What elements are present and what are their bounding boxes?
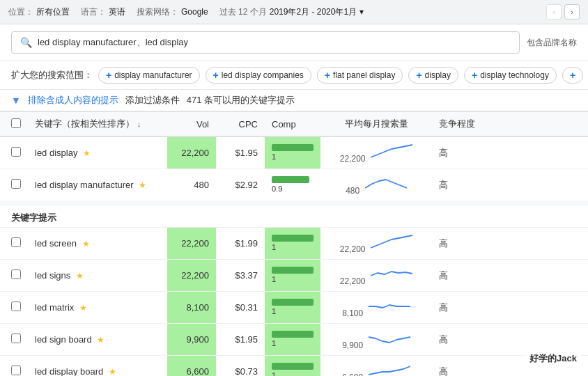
row-chart-cell: 9,900 [320,324,432,356]
monthly-vol: 22,200 [340,154,366,164]
table-row: led matrix ★ 8,100 $0.31 1 8,100 高 [0,292,588,324]
sparkline-svg [371,265,412,284]
row-check-cell[interactable] [0,169,28,204]
chip-label: flat panel display [333,70,395,80]
monthly-vol: 22,200 [340,276,366,286]
star-icon[interactable]: ★ [76,271,84,281]
table-body: led display ★ 22,200 $1.95 1 22,200 高 le… [0,136,588,376]
row-competition-cell: 高 [432,292,588,324]
comp-bar-wrap [272,299,314,306]
language-value: 英语 [109,6,125,18]
table-row: led display ★ 22,200 $1.95 1 22,200 高 [0,136,588,169]
row-check-cell[interactable] [0,356,28,377]
header-comp: Comp [265,112,320,137]
filter-icon: ▼ [11,95,21,106]
row-checkbox[interactable] [11,147,21,157]
row-check-cell[interactable] [0,260,28,292]
filter-bar: ▼ 排除含成人内容的提示 添加过滤条件 471 条可以用的关键字提示 [0,90,588,111]
chip-display-manufacturer[interactable]: + display manufacturer [98,67,200,84]
row-checkbox[interactable] [11,237,21,247]
row-checkbox[interactable] [11,334,21,343]
row-cpc-cell: $3.37 [216,260,265,292]
chip-led-display-companies[interactable]: + led display companies [206,67,311,84]
row-chart-cell: 480 [320,169,432,204]
comp-bar-wrap [272,363,314,370]
header-check[interactable] [0,112,28,137]
chip-display[interactable]: + display [408,67,458,84]
keywords-table: 关键字（按相关性排序） ↓ Vol CPC Comp 平均每月搜索量 竞争程度 … [0,111,588,376]
chip-flat-panel-display[interactable]: + flat panel display [317,67,403,84]
chip-display-technology[interactable]: + display technology [464,67,557,84]
select-all-checkbox[interactable] [11,118,21,128]
chip-more[interactable]: + [562,67,583,84]
chip-label: led display companies [222,70,304,80]
exclude-adult-link[interactable]: 排除含成人内容的提示 [28,94,118,107]
row-checkbox[interactable] [11,366,21,375]
monthly-vol: 9,900 [342,340,363,350]
comp-value: 1 [272,307,276,315]
row-comp-cell: 1 [265,260,320,292]
row-vol-cell: 22,200 [167,228,216,260]
keyword-text: led display board [35,366,103,376]
row-checkbox[interactable] [11,269,21,279]
table-row: led screen ★ 22,200 $1.99 1 22,200 高 [0,228,588,260]
row-check-cell[interactable] [0,324,28,356]
chip-plus-icon: + [106,70,111,81]
header-vol: Vol [167,112,216,137]
nav-forward-button[interactable]: › [564,4,580,19]
keyword-text: led screen [35,238,77,249]
row-cpc-cell: $2.92 [216,169,265,204]
header-keyword[interactable]: 关键字（按相关性排序） ↓ [28,112,167,137]
location-label: 位置： [8,6,33,18]
comp-bar-wrap [272,176,314,183]
row-comp-cell: 1 [265,324,320,356]
table-row: led display manufacturer ★ 480 $2.92 0.9… [0,169,588,204]
row-cpc-cell: $1.99 [216,228,265,260]
header-monthly: 平均每月搜索量 [320,112,432,137]
monthly-vol: 480 [346,186,359,196]
sparkline-svg [371,233,412,252]
row-comp-cell: 1 [265,136,320,169]
period-item[interactable]: 过去 12 个月 2019年2月 - 2020年1月 ▾ [219,6,364,18]
keyword-text: led sign board [35,334,92,345]
sparkline-svg [371,142,412,162]
row-checkbox[interactable] [11,301,21,311]
sparkline-svg [365,174,407,194]
row-cpc-cell: $1.95 [216,324,265,356]
table-header-row: 关键字（按相关性排序） ↓ Vol CPC Comp 平均每月搜索量 竞争程度 [0,112,588,137]
comp-value: 1 [272,243,276,251]
row-keyword-cell: led display board ★ [28,356,167,377]
sparkline-svg [369,297,410,316]
row-keyword-cell: led screen ★ [28,228,167,260]
row-comp-cell: 1 [265,356,320,377]
brand-label: 包含品牌名称 [527,37,577,49]
keyword-text: led display [35,148,77,158]
row-keyword-cell: led display manufacturer ★ [28,169,167,204]
row-check-cell[interactable] [0,292,28,324]
row-vol-cell: 8,100 [167,292,216,324]
add-filter-link[interactable]: 添加过滤条件 [125,94,180,107]
row-checkbox[interactable] [11,179,21,189]
search-box[interactable]: 🔍 led display manufacturer、led display [11,31,520,54]
row-check-cell[interactable] [0,228,28,260]
star-icon[interactable]: ★ [109,367,116,376]
filter-count: 471 条可以用的关键字提示 [187,94,295,107]
chip-plus-icon: + [416,70,421,81]
comp-bar-wrap [272,235,314,242]
chip-label: display manufacturer [114,70,192,80]
period-dropdown-icon: ▾ [359,7,364,17]
star-icon[interactable]: ★ [82,239,90,249]
row-comp-cell: 1 [265,292,320,324]
row-cpc-cell: $0.31 [216,292,265,324]
header-competition: 竞争程度 [432,112,588,137]
nav-back-button[interactable]: ‹ [546,4,562,19]
keyword-text: led display manufacturer [35,180,134,190]
star-icon[interactable]: ★ [83,148,91,158]
comp-bar [272,144,314,151]
star-icon[interactable]: ★ [97,335,105,345]
row-vol-cell: 6,600 [167,356,216,377]
row-check-cell[interactable] [0,136,28,169]
chip-more-icon: + [570,70,575,81]
star-icon[interactable]: ★ [79,303,87,313]
star-icon[interactable]: ★ [139,180,146,190]
